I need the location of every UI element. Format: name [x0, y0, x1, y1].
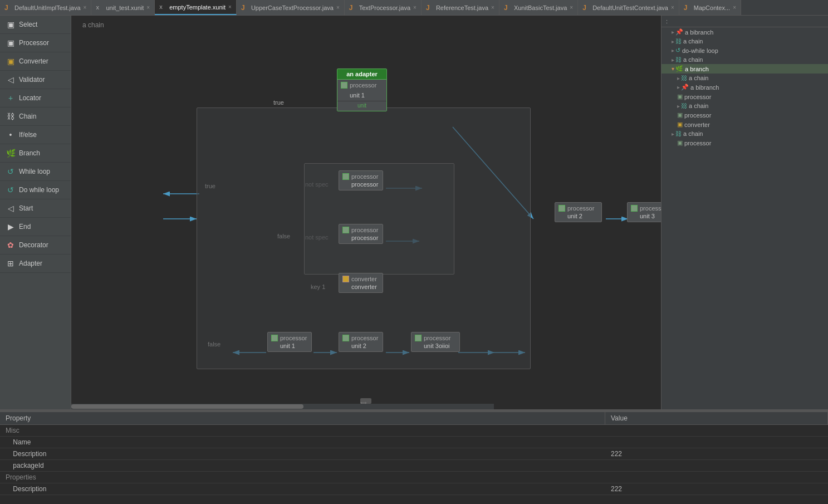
- tree-item-9[interactable]: ▣ processor: [662, 110, 828, 120]
- properties-header: Property Value: [0, 412, 828, 425]
- xunit-icon-2: x: [159, 3, 167, 11]
- java-icon-3: J: [241, 4, 249, 12]
- start-icon: ◁: [6, 204, 16, 213]
- tab-mapcontext[interactable]: J MapContex... ×: [679, 0, 741, 15]
- prop-propdesc-value[interactable]: 222: [605, 483, 828, 495]
- locator-icon: +: [6, 94, 16, 102]
- adapter-title: an adapter: [337, 69, 386, 79]
- tree-item-1[interactable]: ▸ ⛓ a chain: [662, 37, 828, 46]
- tab-defaultunittestcontext[interactable]: J DefaultUnitTestContext.java ×: [578, 0, 679, 15]
- ifelse-icon: •: [6, 130, 16, 139]
- validator-icon: ◁: [6, 75, 16, 84]
- tree-item-4[interactable]: ▾ 🌿 a branch: [662, 64, 828, 74]
- tab-close-6[interactable]: ×: [570, 4, 573, 11]
- tree-item-11[interactable]: ▸ ⛓ a chain: [662, 129, 828, 138]
- tree-arrow-0: ▸: [672, 29, 674, 35]
- tree-item-0[interactable]: ▸ 📌 a bibranch: [662, 27, 828, 37]
- tree-item-2[interactable]: ▸ ↺ do-while loop: [662, 46, 828, 55]
- node-proc-unit2-bot[interactable]: processor unit 2: [339, 332, 383, 352]
- sidebar-item-branch[interactable]: 🌿 Branch: [0, 144, 71, 163]
- tab-close-5[interactable]: ×: [491, 4, 494, 11]
- tab-close-4[interactable]: ×: [413, 4, 417, 11]
- sidebar-item-locator[interactable]: + Locator: [0, 89, 71, 107]
- tree-item-3[interactable]: ▸ ⛓ a chain: [662, 55, 828, 64]
- node-proc-unit1-top-label2: unit 1: [350, 92, 365, 99]
- sidebar-item-ifelse[interactable]: • If/else: [0, 126, 71, 144]
- tab-textprocessor[interactable]: J TextProcessor.java ×: [345, 0, 422, 15]
- tab-referencetest[interactable]: J ReferenceTest.java ×: [422, 0, 499, 15]
- prop-name-label: Name: [0, 437, 605, 448]
- node-proc-unit2-mid[interactable]: processor unit 2: [555, 202, 602, 222]
- tree-icon-7: ▣: [677, 93, 683, 100]
- tree-item-7[interactable]: ▣ processor: [662, 92, 828, 101]
- tree-item-10[interactable]: ▣ converter: [662, 120, 828, 129]
- node-proc-unit1-bot[interactable]: processor unit 1: [267, 332, 312, 352]
- sidebar-item-adapter[interactable]: ⊞ Adapter: [0, 255, 71, 273]
- node-converter[interactable]: converter converter: [339, 273, 383, 293]
- misc-section-label: Misc: [0, 425, 828, 437]
- tree-icon-12: ▣: [677, 139, 683, 146]
- canvas-scrollbar[interactable]: [71, 404, 494, 409]
- end-icon: ▶: [6, 222, 16, 231]
- sidebar-item-select[interactable]: ▣ Select: [0, 16, 71, 34]
- tab-close-1[interactable]: ×: [146, 4, 150, 11]
- tree-item-8[interactable]: ▸ ⛓ a chain: [662, 101, 828, 110]
- dowhileloop-icon: ↺: [6, 185, 16, 194]
- prop-pkgid-label: packageId: [0, 460, 605, 471]
- select-icon: ▣: [6, 20, 16, 29]
- properties-section-label: Properties: [0, 472, 828, 483]
- properties-body: Misc Name Description 222: [0, 425, 828, 504]
- prop-desc-value[interactable]: 222: [605, 448, 828, 459]
- adapter-icon: ⊞: [6, 259, 16, 268]
- prop-row-packageid: packageId: [0, 460, 828, 472]
- tree-icon-6: 📌: [681, 84, 689, 91]
- node-notspec2[interactable]: processor processor: [339, 224, 383, 244]
- property-col-header: Property: [0, 412, 605, 424]
- node-proc-unit3oiioi[interactable]: processor unit 3oiioi: [411, 332, 460, 352]
- tab-close-8[interactable]: ×: [733, 4, 736, 11]
- java-icon-7: J: [582, 4, 590, 12]
- sidebar-item-dowhileloop[interactable]: ↺ Do while loop: [0, 181, 71, 199]
- tree-item-5[interactable]: ▸ ⛓ a chain: [662, 74, 828, 82]
- node-notspec1[interactable]: processor processor: [339, 170, 383, 190]
- tab-xunitbasic[interactable]: J XunitBasicTest.java ×: [499, 0, 578, 15]
- tab-unit-test[interactable]: x unit_test.xunit ×: [91, 0, 155, 15]
- tab-close-3[interactable]: ×: [336, 4, 340, 11]
- prop-row-description: Description 222: [0, 448, 828, 460]
- java-icon-4: J: [349, 4, 357, 12]
- node-proc-unit1-top-label1: processor: [350, 82, 376, 89]
- canvas-area[interactable]: a chain: [71, 16, 661, 409]
- sidebar-item-processor[interactable]: ▣ Processor: [0, 34, 71, 52]
- sidebar-item-converter[interactable]: ▣ Converter: [0, 52, 71, 71]
- tab-defaultunitimpltest[interactable]: J DefaultUnitImplTest.java ×: [0, 0, 91, 15]
- node-adapter[interactable]: an adapter processor unit 1 unit: [337, 68, 387, 111]
- sidebar-item-start[interactable]: ◁ Start: [0, 199, 71, 218]
- sidebar-item-chain[interactable]: ⛓ Chain: [0, 107, 71, 126]
- tree-icon-0: 📌: [675, 28, 683, 36]
- sidebar-item-validator[interactable]: ◁ Validator: [0, 71, 71, 89]
- sidebar-item-end[interactable]: ▶ End: [0, 218, 71, 236]
- tree-item-6[interactable]: ▸ 📌 a bibranch: [662, 82, 828, 92]
- tree-header: :: [662, 16, 828, 27]
- canvas-label: a chain: [82, 21, 104, 29]
- tab-empty-template[interactable]: x emptyTemplate.xunit ×: [155, 0, 237, 15]
- node-proc-unit3-mid[interactable]: processor unit 3: [627, 202, 661, 222]
- tab-close-2[interactable]: ×: [228, 4, 232, 10]
- tree-arrow-3: ▸: [672, 57, 674, 63]
- whileloop-icon: ↺: [6, 167, 16, 176]
- decorator-icon: ✿: [6, 241, 16, 249]
- prop-name-value[interactable]: [605, 437, 828, 448]
- value-col-header: Value: [605, 412, 828, 424]
- sidebar-item-whileloop[interactable]: ↺ While loop: [0, 163, 71, 181]
- right-tree-panel: : ▸ 📌 a bibranch ▸ ⛓ a chain ▸ ↺ do-whil…: [661, 16, 828, 409]
- tree-icon-5: ⛓: [681, 75, 687, 81]
- xunit-icon-1: x: [96, 4, 104, 12]
- tab-close-0[interactable]: ×: [84, 4, 87, 11]
- sidebar-item-decorator[interactable]: ✿ Decorator: [0, 236, 71, 255]
- prop-pkgid-value[interactable]: [605, 460, 828, 471]
- resize-handle-h[interactable]: ⟺: [360, 398, 371, 404]
- tab-uppercase[interactable]: J UpperCaseTextProcessor.java ×: [237, 0, 345, 15]
- tab-close-7[interactable]: ×: [671, 4, 674, 11]
- tree-item-12[interactable]: ▣ processor: [662, 138, 828, 148]
- tree-icon-11: ⛓: [675, 130, 682, 137]
